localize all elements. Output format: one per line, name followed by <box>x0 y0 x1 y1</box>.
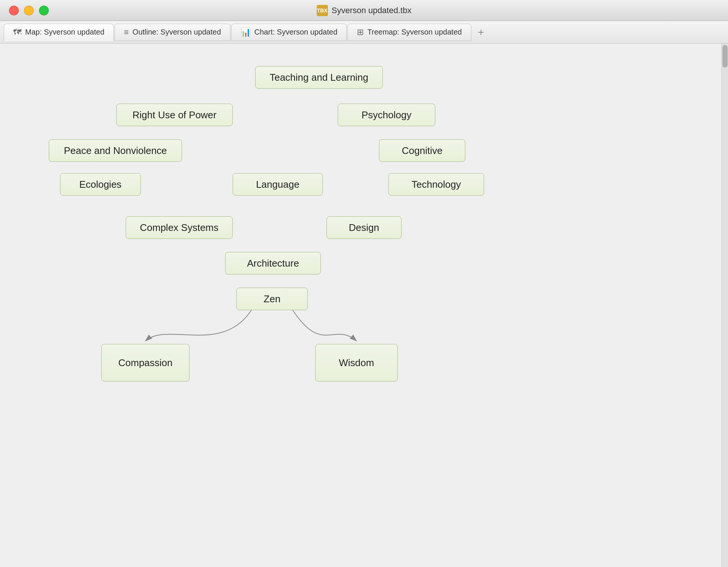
map-icon: 🗺 <box>13 27 21 37</box>
node-zen[interactable]: Zen <box>236 288 308 310</box>
tab-bar: 🗺 Map: Syverson updated ≡ Outline: Syver… <box>0 21 728 44</box>
main-canvas: Teaching and LearningRight Use of PowerP… <box>0 44 728 567</box>
window-controls[interactable] <box>9 6 49 15</box>
node-right-use[interactable]: Right Use of Power <box>116 104 233 126</box>
minimize-button[interactable] <box>24 6 34 15</box>
node-ecologies[interactable]: Ecologies <box>60 173 141 196</box>
close-button[interactable] <box>9 6 19 15</box>
node-complex[interactable]: Complex Systems <box>126 216 233 239</box>
add-tab-button[interactable]: + <box>474 25 489 40</box>
window-title: TBX Syverson updated.tbx <box>317 5 412 16</box>
title-bar: TBX Syverson updated.tbx <box>0 0 728 21</box>
scrollbar-thumb[interactable] <box>722 45 728 68</box>
node-language[interactable]: Language <box>233 173 323 196</box>
node-teaching[interactable]: Teaching and Learning <box>255 66 383 89</box>
app-icon: TBX <box>317 5 328 16</box>
node-wisdom[interactable]: Wisdom <box>315 344 398 382</box>
maximize-button[interactable] <box>39 6 49 15</box>
node-peace[interactable]: Peace and Nonviolence <box>49 139 182 162</box>
node-compassion[interactable]: Compassion <box>101 344 190 382</box>
tab-chart[interactable]: 📊 Chart: Syverson updated <box>231 24 347 41</box>
node-technology[interactable]: Technology <box>388 173 484 196</box>
outline-icon: ≡ <box>124 27 129 37</box>
node-design[interactable]: Design <box>326 216 402 239</box>
tab-outline[interactable]: ≡ Outline: Syverson updated <box>114 24 230 41</box>
treemap-icon: ⊞ <box>357 27 364 37</box>
tab-map[interactable]: 🗺 Map: Syverson updated <box>4 24 114 41</box>
node-architecture[interactable]: Architecture <box>225 252 321 274</box>
scrollbar[interactable] <box>721 44 728 567</box>
node-cognitive[interactable]: Cognitive <box>379 139 465 162</box>
chart-icon: 📊 <box>241 27 251 37</box>
node-psychology[interactable]: Psychology <box>338 104 435 126</box>
tab-treemap[interactable]: ⊞ Treemap: Syverson updated <box>347 24 471 41</box>
